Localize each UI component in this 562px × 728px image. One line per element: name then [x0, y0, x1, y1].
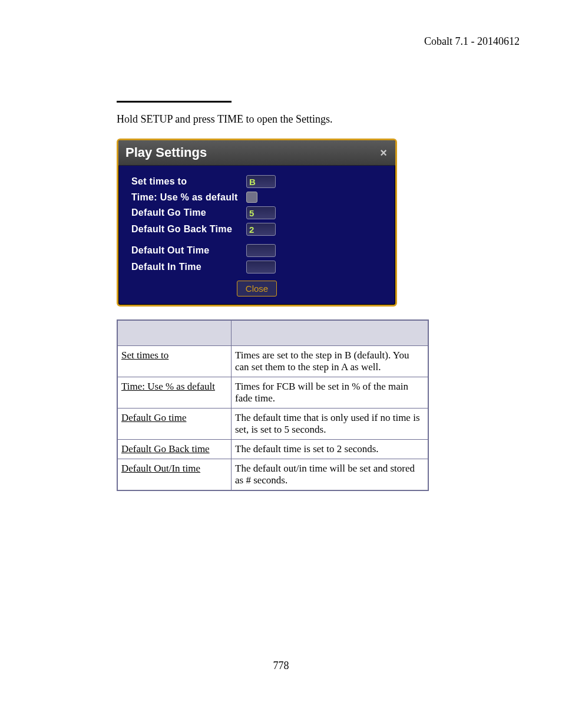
row-out-time: Default Out Time — [131, 244, 382, 257]
table-row: Default Go time The default time that is… — [117, 409, 428, 440]
intro-text: Hold SETUP and press TIME to open the Se… — [117, 113, 429, 126]
table-row-desc: Times for FCB will be set in % of the ma… — [232, 377, 429, 409]
dialog-title-text: Play Settings — [125, 145, 207, 160]
play-settings-dialog: Play Settings × Set times to B Time: Use… — [117, 139, 397, 307]
table-row-desc: The default time that is only used if no… — [232, 409, 429, 440]
dialog-titlebar: Play Settings × — [118, 140, 395, 166]
table-row-name: Default Go time — [117, 409, 232, 440]
row-set-times-to: Set times to B — [131, 175, 382, 188]
close-button[interactable]: Close — [237, 281, 277, 297]
label-use-percent: Time: Use % as default — [131, 192, 246, 203]
input-set-times-to[interactable]: B — [246, 175, 276, 188]
table-header-row — [117, 320, 428, 346]
table-row-name: Default Out/In time — [117, 459, 232, 491]
row-go-time: Default Go Time 5 — [131, 206, 382, 219]
table-header-blank-2 — [232, 320, 429, 346]
close-icon[interactable]: × — [379, 147, 388, 159]
table-row-name: Set times to — [117, 346, 232, 377]
table-row: Default Out/In time The default out/in t… — [117, 459, 428, 491]
table-row-name: Default Go Back time — [117, 440, 232, 459]
header-version: Cobalt 7.1 - 20140612 — [42, 35, 520, 48]
table-row: Time: Use % as default Times for FCB wil… — [117, 377, 428, 409]
row-go-back: Default Go Back Time 2 — [131, 223, 382, 236]
close-button-row: Close — [131, 281, 382, 297]
table-row-desc: Times are set to the step in B (default)… — [232, 346, 429, 377]
table-header-blank-1 — [117, 320, 232, 346]
input-go-back[interactable]: 2 — [246, 223, 276, 236]
label-set-times-to: Set times to — [131, 176, 246, 187]
table-row-name: Time: Use % as default — [117, 377, 232, 409]
dialog-body: Set times to B Time: Use % as default De… — [118, 166, 395, 305]
checkbox-use-percent[interactable] — [246, 192, 257, 203]
table-row: Default Go Back time The default time is… — [117, 440, 428, 459]
table-row-desc: The default out/in time will be set and … — [232, 459, 429, 491]
label-in-time: Default In Time — [131, 262, 246, 272]
input-out-time[interactable] — [246, 244, 276, 257]
label-go-back: Default Go Back Time — [131, 224, 246, 235]
row-in-time: Default In Time — [131, 261, 382, 274]
page-number: 778 — [0, 660, 562, 672]
table-row: Set times to Times are set to the step i… — [117, 346, 428, 377]
description-table: Set times to Times are set to the step i… — [117, 319, 429, 491]
table-row-desc: The default time is set to 2 seconds. — [232, 440, 429, 459]
label-out-time: Default Out Time — [131, 245, 246, 256]
input-go-time[interactable]: 5 — [246, 206, 276, 219]
section-divider — [117, 101, 232, 103]
input-in-time[interactable] — [246, 261, 276, 274]
row-use-percent: Time: Use % as default — [131, 192, 382, 203]
label-go-time: Default Go Time — [131, 207, 246, 218]
